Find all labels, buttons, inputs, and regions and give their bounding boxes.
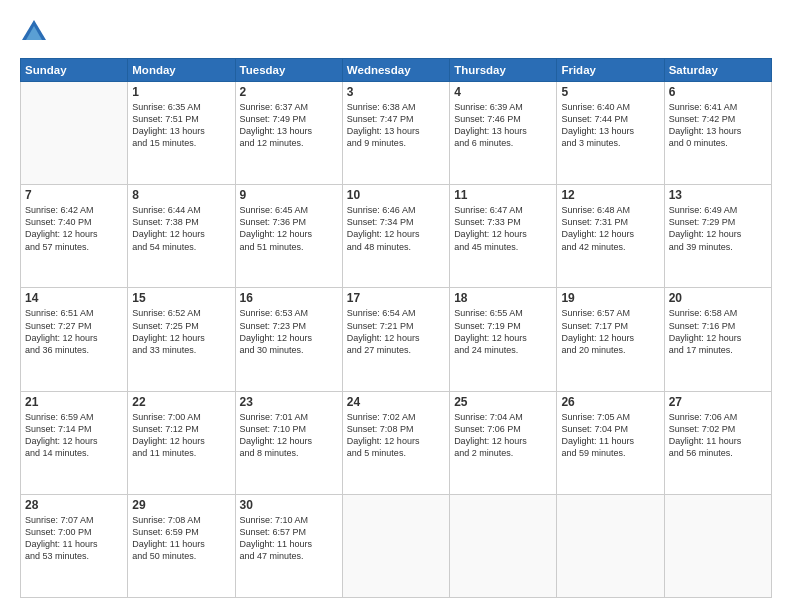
day-info: Sunrise: 7:05 AM Sunset: 7:04 PM Dayligh… [561,411,659,460]
calendar-cell: 21Sunrise: 6:59 AM Sunset: 7:14 PM Dayli… [21,391,128,494]
header-day-saturday: Saturday [664,59,771,82]
day-number: 28 [25,498,123,512]
header-day-tuesday: Tuesday [235,59,342,82]
day-info: Sunrise: 6:46 AM Sunset: 7:34 PM Dayligh… [347,204,445,253]
header [20,18,772,48]
day-number: 10 [347,188,445,202]
calendar-cell: 29Sunrise: 7:08 AM Sunset: 6:59 PM Dayli… [128,494,235,597]
calendar-table: SundayMondayTuesdayWednesdayThursdayFrid… [20,58,772,598]
header-day-monday: Monday [128,59,235,82]
day-number: 20 [669,291,767,305]
day-number: 24 [347,395,445,409]
calendar-cell: 18Sunrise: 6:55 AM Sunset: 7:19 PM Dayli… [450,288,557,391]
day-info: Sunrise: 6:54 AM Sunset: 7:21 PM Dayligh… [347,307,445,356]
week-row-1: 1Sunrise: 6:35 AM Sunset: 7:51 PM Daylig… [21,82,772,185]
day-info: Sunrise: 6:58 AM Sunset: 7:16 PM Dayligh… [669,307,767,356]
day-info: Sunrise: 6:44 AM Sunset: 7:38 PM Dayligh… [132,204,230,253]
calendar-cell: 19Sunrise: 6:57 AM Sunset: 7:17 PM Dayli… [557,288,664,391]
day-number: 11 [454,188,552,202]
calendar-cell: 24Sunrise: 7:02 AM Sunset: 7:08 PM Dayli… [342,391,449,494]
day-info: Sunrise: 7:07 AM Sunset: 7:00 PM Dayligh… [25,514,123,563]
calendar-cell [557,494,664,597]
day-info: Sunrise: 6:45 AM Sunset: 7:36 PM Dayligh… [240,204,338,253]
day-info: Sunrise: 7:10 AM Sunset: 6:57 PM Dayligh… [240,514,338,563]
day-number: 16 [240,291,338,305]
day-number: 1 [132,85,230,99]
day-number: 6 [669,85,767,99]
calendar-header: SundayMondayTuesdayWednesdayThursdayFrid… [21,59,772,82]
calendar-cell: 22Sunrise: 7:00 AM Sunset: 7:12 PM Dayli… [128,391,235,494]
calendar-cell: 10Sunrise: 6:46 AM Sunset: 7:34 PM Dayli… [342,185,449,288]
week-row-3: 14Sunrise: 6:51 AM Sunset: 7:27 PM Dayli… [21,288,772,391]
day-info: Sunrise: 7:01 AM Sunset: 7:10 PM Dayligh… [240,411,338,460]
day-number: 12 [561,188,659,202]
day-number: 19 [561,291,659,305]
day-info: Sunrise: 7:08 AM Sunset: 6:59 PM Dayligh… [132,514,230,563]
calendar-cell: 6Sunrise: 6:41 AM Sunset: 7:42 PM Daylig… [664,82,771,185]
week-row-5: 28Sunrise: 7:07 AM Sunset: 7:00 PM Dayli… [21,494,772,597]
header-day-thursday: Thursday [450,59,557,82]
day-number: 26 [561,395,659,409]
day-info: Sunrise: 7:02 AM Sunset: 7:08 PM Dayligh… [347,411,445,460]
calendar-cell: 15Sunrise: 6:52 AM Sunset: 7:25 PM Dayli… [128,288,235,391]
day-info: Sunrise: 7:06 AM Sunset: 7:02 PM Dayligh… [669,411,767,460]
calendar-cell: 11Sunrise: 6:47 AM Sunset: 7:33 PM Dayli… [450,185,557,288]
day-info: Sunrise: 6:38 AM Sunset: 7:47 PM Dayligh… [347,101,445,150]
page: SundayMondayTuesdayWednesdayThursdayFrid… [0,0,792,612]
day-number: 17 [347,291,445,305]
calendar-cell: 28Sunrise: 7:07 AM Sunset: 7:00 PM Dayli… [21,494,128,597]
day-number: 2 [240,85,338,99]
calendar-cell: 3Sunrise: 6:38 AM Sunset: 7:47 PM Daylig… [342,82,449,185]
day-number: 15 [132,291,230,305]
day-number: 22 [132,395,230,409]
calendar-cell [21,82,128,185]
calendar-cell: 7Sunrise: 6:42 AM Sunset: 7:40 PM Daylig… [21,185,128,288]
calendar-cell [664,494,771,597]
week-row-4: 21Sunrise: 6:59 AM Sunset: 7:14 PM Dayli… [21,391,772,494]
logo-icon [20,18,48,46]
day-number: 5 [561,85,659,99]
day-info: Sunrise: 6:39 AM Sunset: 7:46 PM Dayligh… [454,101,552,150]
calendar-cell: 23Sunrise: 7:01 AM Sunset: 7:10 PM Dayli… [235,391,342,494]
calendar-cell: 16Sunrise: 6:53 AM Sunset: 7:23 PM Dayli… [235,288,342,391]
day-number: 23 [240,395,338,409]
day-info: Sunrise: 6:55 AM Sunset: 7:19 PM Dayligh… [454,307,552,356]
calendar-cell: 4Sunrise: 6:39 AM Sunset: 7:46 PM Daylig… [450,82,557,185]
day-info: Sunrise: 6:52 AM Sunset: 7:25 PM Dayligh… [132,307,230,356]
header-day-friday: Friday [557,59,664,82]
calendar-cell: 26Sunrise: 7:05 AM Sunset: 7:04 PM Dayli… [557,391,664,494]
calendar-cell: 14Sunrise: 6:51 AM Sunset: 7:27 PM Dayli… [21,288,128,391]
day-number: 13 [669,188,767,202]
day-info: Sunrise: 6:48 AM Sunset: 7:31 PM Dayligh… [561,204,659,253]
day-info: Sunrise: 6:51 AM Sunset: 7:27 PM Dayligh… [25,307,123,356]
day-info: Sunrise: 6:37 AM Sunset: 7:49 PM Dayligh… [240,101,338,150]
week-row-2: 7Sunrise: 6:42 AM Sunset: 7:40 PM Daylig… [21,185,772,288]
day-info: Sunrise: 7:00 AM Sunset: 7:12 PM Dayligh… [132,411,230,460]
calendar-cell: 5Sunrise: 6:40 AM Sunset: 7:44 PM Daylig… [557,82,664,185]
calendar-cell [342,494,449,597]
day-info: Sunrise: 6:42 AM Sunset: 7:40 PM Dayligh… [25,204,123,253]
day-info: Sunrise: 6:35 AM Sunset: 7:51 PM Dayligh… [132,101,230,150]
day-number: 3 [347,85,445,99]
calendar-body: 1Sunrise: 6:35 AM Sunset: 7:51 PM Daylig… [21,82,772,598]
day-number: 29 [132,498,230,512]
calendar-cell [450,494,557,597]
day-info: Sunrise: 6:41 AM Sunset: 7:42 PM Dayligh… [669,101,767,150]
day-number: 30 [240,498,338,512]
day-info: Sunrise: 7:04 AM Sunset: 7:06 PM Dayligh… [454,411,552,460]
day-info: Sunrise: 6:59 AM Sunset: 7:14 PM Dayligh… [25,411,123,460]
day-number: 9 [240,188,338,202]
day-number: 4 [454,85,552,99]
day-number: 8 [132,188,230,202]
calendar-cell: 12Sunrise: 6:48 AM Sunset: 7:31 PM Dayli… [557,185,664,288]
header-row: SundayMondayTuesdayWednesdayThursdayFrid… [21,59,772,82]
day-number: 18 [454,291,552,305]
header-day-sunday: Sunday [21,59,128,82]
calendar-cell: 25Sunrise: 7:04 AM Sunset: 7:06 PM Dayli… [450,391,557,494]
calendar-cell: 17Sunrise: 6:54 AM Sunset: 7:21 PM Dayli… [342,288,449,391]
day-info: Sunrise: 6:53 AM Sunset: 7:23 PM Dayligh… [240,307,338,356]
calendar-cell: 30Sunrise: 7:10 AM Sunset: 6:57 PM Dayli… [235,494,342,597]
calendar-cell: 1Sunrise: 6:35 AM Sunset: 7:51 PM Daylig… [128,82,235,185]
calendar-cell: 27Sunrise: 7:06 AM Sunset: 7:02 PM Dayli… [664,391,771,494]
day-number: 7 [25,188,123,202]
